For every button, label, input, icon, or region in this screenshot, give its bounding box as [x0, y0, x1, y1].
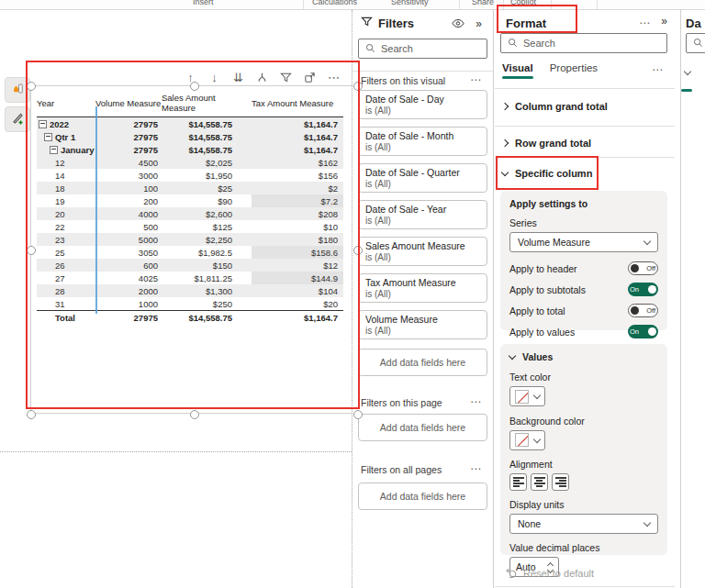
add-data-fields-visual[interactable]: Add data fields here [358, 349, 487, 376]
align-right-button[interactable] [552, 473, 569, 491]
resize-handle-n[interactable] [190, 82, 199, 91]
matrix-cell-sales[interactable]: $14,558.75 [162, 130, 252, 143]
matrix-cell-sales[interactable]: $1,811.25 [162, 272, 252, 284]
expand-all-down-icon[interactable]: ⇊ [231, 71, 245, 84]
matrix-cell-sales[interactable]: $150 [162, 259, 252, 272]
resize-handle-e[interactable] [353, 246, 363, 255]
matrix-cell-tax[interactable]: $144.9 [252, 272, 343, 284]
matrix-cell-tax[interactable]: $12 [252, 259, 343, 272]
matrix-cell-sales[interactable]: $2,600 [162, 207, 252, 220]
format-pane-more-icon[interactable]: ⋯ [639, 17, 651, 29]
matrix-cell-volume[interactable]: 2000 [95, 284, 162, 297]
focus-mode-icon[interactable] [303, 71, 317, 84]
collapse-minus-icon[interactable] [39, 120, 47, 128]
matrix-cell-sales[interactable]: $14,558.75 [162, 117, 252, 131]
matrix-header-row[interactable]: Year Volume Measure Sales Amount Measure… [37, 90, 343, 117]
drill-down-icon[interactable]: ↓ [207, 71, 221, 84]
reset-to-default-button[interactable]: Reset to default [506, 567, 594, 580]
align-center-button[interactable] [531, 473, 548, 491]
filter-card[interactable]: Date of Sale - Yearis (All) [358, 200, 487, 229]
report-canvas[interactable]: ↑↓⇊⋯ Year Volume Measure Sales Amount Me… [0, 10, 352, 588]
matrix-cell-tax[interactable]: $20 [252, 297, 343, 311]
matrix-row[interactable]: Qtr 127975$14,558.75$1,164.7 [37, 130, 343, 143]
matrix-row[interactable]: 204000$2,600$208 [37, 207, 343, 220]
matrix-cell-volume[interactable]: 600 [95, 259, 162, 272]
add-data-fields-page[interactable]: Add data fields here [358, 414, 487, 441]
more-options-icon[interactable]: ⋯ [327, 71, 341, 84]
matrix-cell-tax[interactable]: $208 [252, 207, 343, 220]
matrix-cell-volume[interactable]: 27975 [95, 117, 162, 131]
section-column-grand-total[interactable]: Column grand total [502, 101, 608, 112]
eye-icon[interactable] [452, 16, 464, 32]
matrix-cell-tax[interactable]: $180 [252, 233, 343, 246]
matrix-cell-volume[interactable]: 200 [95, 194, 162, 207]
add-data-fields-all-pages[interactable]: Add data fields here [358, 483, 487, 510]
filter-card[interactable]: Tax Amount Measureis (All) [358, 273, 487, 303]
filter-card[interactable]: Date of Sale - Quarteris (All) [358, 163, 487, 193]
tab-properties[interactable]: Properties [550, 62, 598, 73]
build-visual-button[interactable] [5, 77, 30, 103]
matrix-cell-tax[interactable]: $7.2 [252, 194, 343, 207]
align-left-button[interactable] [509, 473, 527, 491]
toggle-switch[interactable]: On [628, 325, 658, 338]
matrix-cell-volume[interactable]: 4500 [95, 156, 162, 169]
matrix-cell-tax[interactable]: $156 [252, 169, 343, 182]
matrix-row[interactable]: 253050$1,982.5$158.6 [37, 246, 343, 259]
toggle-switch[interactable]: Off [628, 261, 658, 275]
matrix-cell-volume[interactable]: 4000 [95, 207, 162, 220]
matrix-cell-volume[interactable]: 4025 [95, 272, 162, 284]
column-header-volume[interactable]: Volume Measure [95, 90, 162, 117]
filter-icon[interactable] [279, 71, 293, 84]
matrix-cell-sales[interactable]: $2,250 [162, 233, 252, 246]
format-search-input[interactable]: Search [500, 33, 667, 53]
ribbon-tab-fragment[interactable]: Copilot [510, 0, 536, 6]
matrix-cell-tax[interactable]: $1,164.7 [252, 311, 343, 325]
matrix-row[interactable]: 18100$25$2 [37, 182, 343, 194]
matrix-row[interactable]: 26600$150$12 [37, 259, 343, 272]
matrix-cell-tax[interactable]: $2 [252, 182, 343, 194]
matrix-row[interactable]: 19200$90$7.2 [37, 194, 343, 207]
matrix-row[interactable]: 202227975$14,558.75$1,164.7 [37, 117, 343, 131]
filter-card[interactable]: Date of Sale - Monthis (All) [358, 127, 487, 156]
matrix-visual[interactable]: Year Volume Measure Sales Amount Measure… [30, 85, 357, 414]
collapse-minus-icon[interactable] [50, 146, 58, 154]
matrix-cell-tax[interactable]: $10 [252, 220, 343, 233]
matrix-cell-sales[interactable]: $1,950 [162, 169, 252, 182]
series-dropdown[interactable]: Volume Measure [509, 232, 658, 252]
toggle-switch[interactable]: On [628, 283, 658, 296]
ribbon-tab-fragment[interactable]: Sensitivity [391, 0, 429, 6]
matrix-cell-tax[interactable]: $1,164.7 [252, 117, 343, 131]
toggle-switch[interactable]: Off [628, 304, 658, 317]
ribbon-tab-fragment[interactable]: Calculations [312, 0, 357, 6]
chevron-down-icon[interactable] [685, 61, 690, 78]
matrix-cell-tax[interactable]: $104 [252, 284, 343, 297]
resize-handle-nw[interactable] [27, 82, 36, 91]
display-units-dropdown[interactable]: None [509, 514, 658, 534]
ribbon-tab-fragment[interactable]: Insert [193, 0, 214, 6]
matrix-cell-sales[interactable]: $125 [162, 220, 252, 233]
matrix-cell-tax[interactable]: $1,164.7 [252, 143, 343, 156]
matrix-cell-sales[interactable]: $14,558.75 [162, 311, 252, 325]
text-color-picker[interactable] [509, 386, 545, 406]
collapse-pane-icon[interactable]: » [476, 17, 482, 30]
matrix-cell-tax[interactable]: $1,164.7 [252, 130, 343, 143]
matrix-cell-sales[interactable]: $1,982.5 [162, 246, 252, 259]
matrix-cell-tax[interactable]: $162 [252, 156, 343, 169]
matrix-row[interactable]: 22500$125$10 [37, 220, 343, 233]
values-section-header[interactable]: Values [509, 351, 658, 362]
resize-handle-se[interactable] [353, 410, 363, 419]
matrix-cell-volume[interactable]: 3000 [95, 169, 162, 182]
column-header-tax[interactable]: Tax Amount Measure [252, 90, 343, 117]
filter-card[interactable]: Volume Measureis (All) [358, 310, 487, 339]
matrix-row[interactable]: January27975$14,558.75$1,164.7 [37, 143, 343, 156]
ribbon-tab-fragment[interactable]: Share [472, 0, 494, 6]
section-specific-column[interactable]: Specific column [502, 168, 592, 179]
matrix-row[interactable]: 235000$2,250$180 [37, 233, 343, 246]
matrix-row[interactable]: Total27975$14,558.75$1,164.7 [37, 311, 343, 325]
column-header-sales[interactable]: Sales Amount Measure [162, 90, 252, 117]
matrix-row[interactable]: 311000$250$20 [37, 297, 343, 311]
resize-handle-s[interactable] [190, 410, 199, 419]
matrix-row[interactable]: 274025$1,811.25$144.9 [37, 272, 343, 284]
format-tabs-more-icon[interactable]: ⋯ [652, 63, 664, 76]
resize-handle-ne[interactable] [353, 82, 363, 91]
